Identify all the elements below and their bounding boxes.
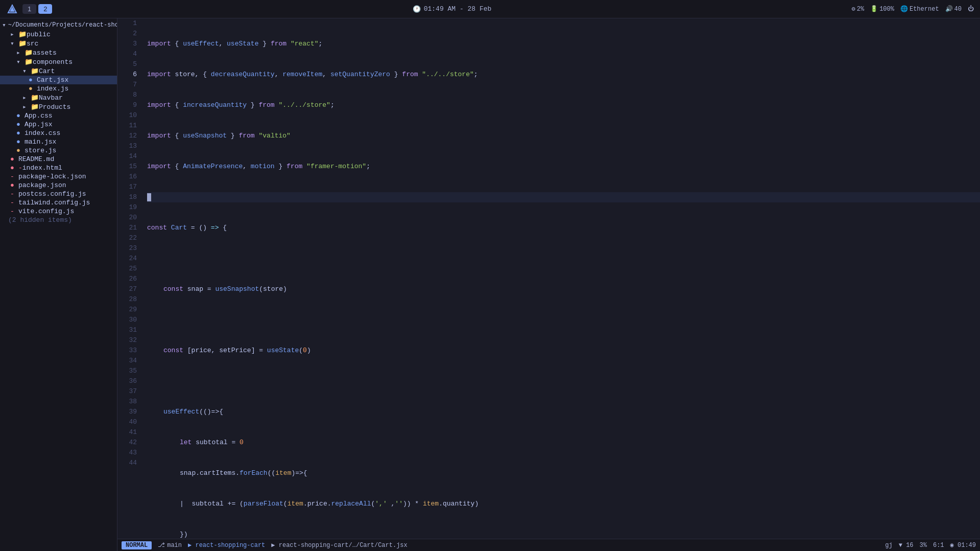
project-name: ▶ react-shopping-cart (188, 541, 265, 549)
file-jsx-icon: ● (27, 76, 35, 84)
time-status: ◉ 01:49 (950, 541, 976, 549)
line-count: ▼ 16 (899, 542, 914, 549)
sidebar-item-postcss[interactable]: - postcss.config.js (0, 190, 117, 198)
code-line-9: const snap = useSnapshot(store) (147, 284, 980, 294)
sidebar-item-label: components (33, 58, 73, 66)
cpu-info: ⚙ 2% (852, 5, 865, 13)
sidebar-item-label: App.jsx (25, 121, 53, 128)
sidebar-item-navbar[interactable]: ▸ 📁 Navbar (0, 93, 117, 102)
code-line-3: import { increaseQuantity } from "../../… (147, 100, 980, 110)
folder-open-icon: ▾ (20, 67, 29, 75)
code-line-13: useEffect(()=>{ (147, 407, 980, 417)
branch-name: main (167, 542, 182, 549)
code-line-10 (147, 315, 980, 325)
code-line-17: }) (147, 530, 980, 539)
topbar-right: ⚙ 2% 🔋 100% 🌐 Ethernet 🔊 40 ⏻ (852, 5, 974, 13)
code-line-11: const [price, setPrice] = useState(0) (147, 346, 980, 356)
code-line-5: import { AnimatePresence, motion } from … (147, 162, 980, 172)
code-container[interactable]: 12345 6 78910 1112131415 1617181920 2122… (117, 18, 980, 539)
file-js-icon: - (8, 190, 16, 198)
tab-1[interactable]: 1 (22, 4, 36, 14)
sidebar-item-app-jsx[interactable]: ● App.jsx (0, 120, 117, 129)
file-jsx-icon: ● (14, 138, 22, 146)
tab-2[interactable]: 2 (38, 4, 52, 14)
code-line-16: | subtotal += (parseFloat(item.price.rep… (147, 499, 980, 509)
sidebar-item-label: postcss.config.js (18, 190, 86, 198)
sidebar-item-label: Cart (39, 67, 55, 75)
sidebar-item-label: 📁 (31, 103, 39, 111)
sidebar-item-app-css[interactable]: ● App.css (0, 111, 117, 120)
file-html-icon: ● (8, 164, 16, 172)
sidebar-item-label: src (27, 40, 38, 48)
sidebar-item-main-jsx[interactable]: ● main.jsx (0, 137, 117, 146)
sound-info: 🔊 40 (945, 5, 962, 13)
sidebar-item-components[interactable]: ▾ 📁 components (0, 57, 117, 66)
cursor-position: 6:1 (933, 542, 944, 549)
sidebar-item-label: 📁 (18, 39, 27, 48)
sidebar-item-assets[interactable]: ▸ 📁 assets (0, 48, 117, 57)
sidebar-item-label: assets (33, 49, 57, 57)
sidebar-item-label: Cart.jsx (37, 76, 68, 84)
sidebar-item-label: Products (39, 103, 70, 111)
file-json-icon: - (8, 173, 16, 180)
arch-logo (6, 3, 18, 15)
sidebar-item-label: vite.config.js (18, 208, 74, 215)
folder-closed-icon: ▸ (14, 49, 22, 57)
file-css-icon: ● (14, 129, 22, 137)
branch-info: ⎇ main (158, 541, 182, 549)
file-js-icon: ● (14, 147, 22, 154)
sidebar-item-index-js[interactable]: ● index.js (0, 84, 117, 93)
sidebar-item-public[interactable]: ▸ 📁 public (0, 30, 117, 39)
sidebar-item-package-lock[interactable]: - package-lock.json (0, 172, 117, 181)
sidebar-item-label: 📁 (25, 58, 33, 66)
file-js-icon: ● (27, 85, 35, 93)
sidebar-item-label: 📁 (31, 94, 39, 102)
code-line-15: snap.cartItems.forEach((item)=>{ (147, 468, 980, 478)
sidebar-item-label: ~/Documents/Projects/react-shopping-c (8, 21, 117, 29)
sidebar-item-products[interactable]: ▸ 📁 Products (0, 102, 117, 111)
sidebar-item-root[interactable]: ▾ ~/Documents/Projects/react-shopping-c (0, 20, 117, 30)
sidebar: ▾ ~/Documents/Projects/react-shopping-c … (0, 18, 117, 551)
sidebar-item-label: README.md (18, 155, 54, 163)
datetime: 01:49 AM - 28 Feb (424, 5, 492, 13)
sidebar-item-package-json[interactable]: ● package.json (0, 181, 117, 190)
file-md-icon: ● (8, 155, 16, 163)
sidebar-item-label: 📁 (18, 30, 27, 38)
sidebar-item-readme[interactable]: ● README.md (0, 155, 117, 164)
folder-open-icon: ▾ (8, 39, 16, 48)
editor-area: 12345 6 78910 1112131415 1617181920 2122… (117, 18, 980, 551)
sidebar-item-label: store.js (25, 147, 56, 154)
file-json-icon: ● (8, 181, 16, 189)
sidebar-item-label: 📁 (31, 67, 39, 75)
sidebar-item-index-css[interactable]: ● index.css (0, 129, 117, 137)
sidebar-item-vite[interactable]: - vite.config.js (0, 207, 117, 216)
sidebar-item-store-js[interactable]: ● store.js (0, 146, 117, 155)
sidebar-item-cart-jsx[interactable]: ● Cart.jsx (0, 76, 117, 84)
sidebar-item-label: package.json (18, 181, 66, 189)
file-css-icon: ● (14, 112, 22, 120)
sidebar-item-label: tailwind.config.js (18, 199, 90, 206)
main-layout: ▾ ~/Documents/Projects/react-shopping-c … (0, 18, 980, 551)
sidebar-item-label: 📁 (25, 49, 33, 57)
sidebar-item-src[interactable]: ▾ 📁 src (0, 39, 117, 48)
code-lines[interactable]: import { useEffect, useState } from "rea… (143, 18, 980, 539)
code-line-1: import { useEffect, useState } from "rea… (147, 39, 980, 49)
code-line-6 (147, 192, 980, 202)
code-line-12 (147, 376, 980, 386)
sidebar-item-cart-folder[interactable]: ▾ 📁 Cart (0, 66, 117, 76)
line-numbers: 12345 6 78910 1112131415 1617181920 2122… (117, 18, 143, 539)
power-icon[interactable]: ⏻ (968, 5, 974, 13)
sidebar-item-index-html[interactable]: ● - index.html (0, 164, 117, 172)
clock-icon: 🕐 (413, 5, 421, 13)
gj-info: gj (885, 542, 892, 549)
network-info: 🌐 Ethernet (900, 5, 939, 13)
folder-closed-icon: ▸ (20, 103, 29, 111)
folder-closed-icon: ▸ (20, 94, 29, 102)
statusbar: NORMAL ⎇ main ▶ react-shopping-cart ▶ re… (117, 539, 980, 551)
code-line-7: const Cart = () => { (147, 223, 980, 233)
folder-open-icon: ▾ (14, 58, 22, 66)
sidebar-item-tailwind[interactable]: - tailwind.config.js (0, 198, 117, 207)
topbar-center: 🕐 01:49 AM - 28 Feb (413, 5, 492, 13)
folder-open-icon: ▾ (2, 21, 6, 29)
line-percent: 3% (920, 542, 927, 549)
